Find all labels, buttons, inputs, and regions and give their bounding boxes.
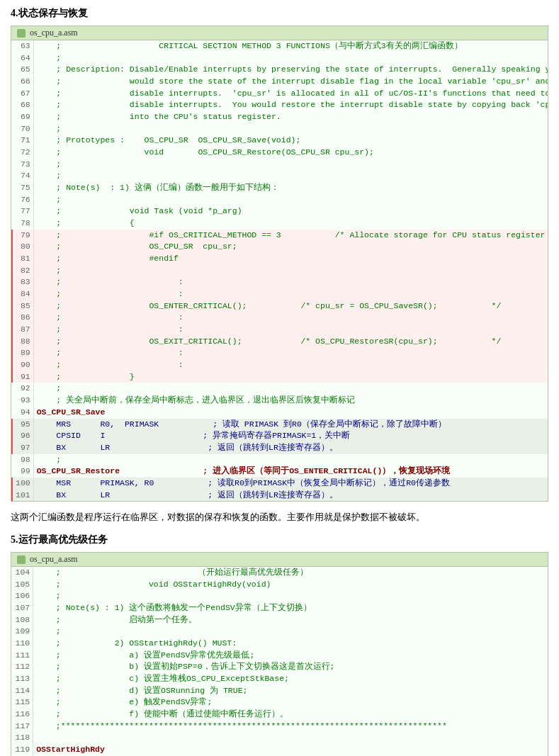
filename-2: os_cpu_a.asm: [30, 554, 78, 565]
table-row: 65 ; Description: Disable/Enable interru…: [12, 64, 548, 76]
code-block-1: os_cpu_a.asm 63 ; CRITICAL SECTION METHO…: [11, 26, 548, 502]
table-row: 90 ; :: [12, 359, 548, 371]
table-row: 93 ; 关全局中断前，保存全局中断标志，进入临界区，退出临界区后恢复中断标记: [12, 395, 548, 407]
table-row: 96 CPSID I ; 异常掩码寄存器PRIMASK=1，关中断: [12, 430, 548, 442]
table-row: 100 MSR PRIMASK, R0 ; 读取R0到PRIMASK中（恢复全局…: [12, 478, 548, 490]
table-row: 75 ; Note(s) : 1) 这俩（汇编）函数一般用于如下结构：: [12, 182, 548, 194]
section-5: 5.运行最高优先级任务 os_cpu_a.asm 104 ; （开始运行最高优先…: [11, 534, 548, 756]
code-content-1: 63 ; CRITICAL SECTION METHOD 3 FUNCTIONS…: [11, 40, 548, 501]
table-row: 92 ;: [12, 383, 548, 395]
code-block-2-header: os_cpu_a.asm: [11, 553, 548, 567]
table-row: 114 ; d) 设置OSRunning 为 TRUE;: [11, 685, 548, 697]
table-row: 64 ;: [12, 52, 548, 64]
table-row: 73 ;: [12, 159, 548, 171]
table-row: 117 ;***********************************…: [11, 721, 548, 733]
table-row: 72 ; void OS_CPU_SR_Restore(OS_CPU_SR cp…: [12, 147, 548, 159]
table-row: 87 ; :: [12, 324, 548, 336]
table-row: 94OS_CPU_SR_Save: [12, 407, 548, 419]
table-row: 104 ; （开始运行最高优先级任务）: [11, 567, 548, 579]
table-row: 68 ; disable interrupts. You would resto…: [12, 99, 548, 111]
table-row: 89 ; :: [12, 347, 548, 359]
table-row: 109 ;: [11, 626, 548, 638]
table-row: 112 ; b) 设置初始PSP=0，告诉上下文切换器这是首次运行;: [11, 661, 548, 673]
code-content-2: 104 ; （开始运行最高优先级任务） 105 ; void OSStartHi…: [11, 567, 548, 756]
table-row: 74 ;: [12, 170, 548, 182]
table-row: 108 ; 启动第一个任务。: [11, 614, 548, 626]
code-block-1-header: os_cpu_a.asm: [11, 26, 548, 40]
table-row: 113 ; c) 设置主堆栈OS_CPU_ExceptStkBase;: [11, 673, 548, 685]
code-table-1: 63 ; CRITICAL SECTION METHOD 3 FUNCTIONS…: [11, 40, 548, 501]
table-row: 111 ; a) 设置PendSV异常优先级最低;: [11, 650, 548, 662]
table-row: 77 ; void Task (void *p_arg): [12, 205, 548, 218]
table-row: 110 ; 2) OSStartHighRdy() MUST:: [11, 638, 548, 650]
table-row: 80 ; OS_CPU_SR cpu_sr;: [12, 241, 548, 253]
table-row: 118: [11, 732, 548, 744]
filename-1: os_cpu_a.asm: [30, 28, 78, 38]
section-4: 4.状态保存与恢复 os_cpu_a.asm 63 ; CRITICAL SEC…: [11, 7, 548, 525]
table-row: 79 ; #if OS_CRITICAL_METHOD == 3 /* Allo…: [12, 230, 548, 242]
table-row: 119OSStartHighRdy: [11, 744, 548, 756]
table-row: 70 ;: [12, 123, 548, 135]
table-row: 76 ;: [12, 194, 548, 206]
file-icon: [17, 29, 26, 38]
table-row: 105 ; void OSStartHighRdy(void): [11, 579, 548, 591]
table-row: 67 ; disable interrupts. 'cpu_sr' is all…: [12, 88, 548, 100]
table-row: 86 ; :: [12, 312, 548, 324]
table-row: 63 ; CRITICAL SECTION METHOD 3 FUNCTIONS…: [12, 40, 548, 52]
table-row: 66 ; would store the state of the interr…: [12, 76, 548, 88]
table-row: 71 ; Prototypes : OS_CPU_SR OS_CPU_SR_Sa…: [12, 135, 548, 147]
table-row: 116 ; f) 使能中断（通过使能中断任务运行）。: [11, 709, 548, 721]
file-icon-2: [17, 555, 26, 564]
table-row: 107 ; Note(s) : 1) 这个函数将触发一个PendSV异常（上下文…: [11, 602, 548, 614]
table-row: 101 BX LR ; 返回（跳转到LR连接寄存器）。: [12, 490, 548, 502]
table-row: 106 ;: [11, 590, 548, 602]
table-row: 83 ; :: [12, 276, 548, 288]
table-row: 81 ; #endif: [12, 253, 548, 265]
code-table-2: 104 ; （开始运行最高优先级任务） 105 ; void OSStartHi…: [11, 567, 548, 756]
table-row: 85 ; OS_ENTER_CRITICAL(); /* cpu_sr = OS…: [12, 300, 548, 312]
table-row: 98 ;: [12, 454, 548, 466]
table-row: 82 ;: [12, 265, 548, 277]
table-row: 91 ; }: [12, 371, 548, 383]
table-row: 78 ; {: [12, 218, 548, 230]
table-row: 97 BX LR ; 返回（跳转到LR连接寄存器）。: [12, 442, 548, 454]
table-row: 99OS_CPU_SR_Restore ; 进入临界区（等同于OS_ENTER_…: [12, 466, 548, 478]
section-4-title: 4.状态保存与恢复: [11, 7, 548, 20]
section-4-description: 这两个汇编函数是程序运行在临界区，对数据的保存和恢复的函数。主要作用就是保护数据…: [11, 510, 548, 525]
section-5-title: 5.运行最高优先级任务: [11, 534, 548, 546]
table-row: 69 ; into the CPU's status register.: [12, 111, 548, 123]
table-row: 84 ; :: [12, 288, 548, 300]
code-block-2: os_cpu_a.asm 104 ; （开始运行最高优先级任务） 105 ; v…: [11, 552, 548, 756]
table-row: 115 ; e) 触发PendSV异常;: [11, 696, 548, 709]
table-row: 95 MRS R0, PRIMASK ; 读取 PRIMASK 到R0（保存全局…: [12, 419, 548, 431]
page-content: 4.状态保存与恢复 os_cpu_a.asm 63 ; CRITICAL SEC…: [11, 7, 548, 756]
table-row: 88 ; OS_EXIT_CRITICAL(); /* OS_CPU_Resto…: [12, 336, 548, 348]
